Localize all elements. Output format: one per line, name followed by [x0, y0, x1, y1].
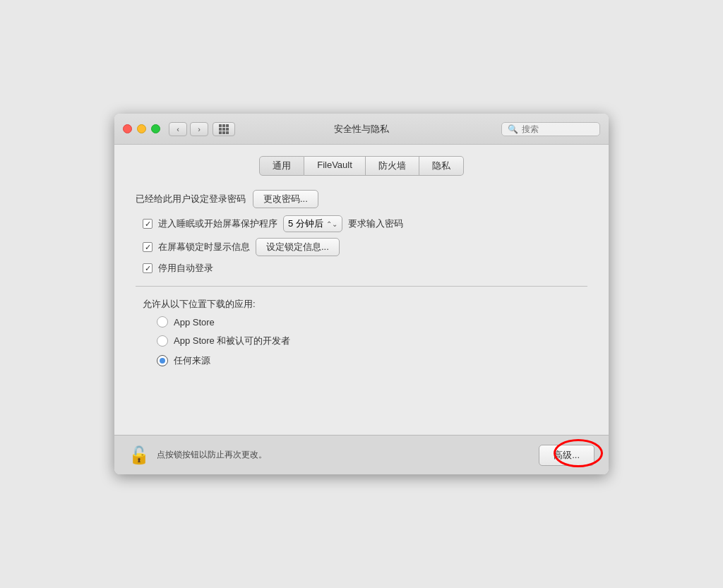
password-row: 已经给此用户设定登录密码 更改密码...: [136, 190, 587, 208]
lock-area: 🔓 点按锁按钮以防止再次更改。: [129, 447, 267, 464]
footer: 🔓 点按锁按钮以防止再次更改。 高级...: [114, 435, 609, 474]
tab-filevault[interactable]: FileVault: [304, 156, 366, 176]
maximize-button[interactable]: [151, 124, 160, 133]
lock-icon[interactable]: 🔓: [129, 447, 150, 464]
window-title: 安全性与隐私: [334, 123, 389, 136]
radio-anywhere-label: 任何来源: [174, 354, 210, 367]
auto-login-checkbox[interactable]: [143, 263, 153, 273]
traffic-lights: [123, 124, 160, 133]
radio-appstore-dev[interactable]: [157, 335, 168, 347]
sleep-row: 进入睡眠或开始屏幕保护程序 5 分钟后 ⌃⌄ 要求输入密码: [143, 215, 587, 232]
sleep-label: 进入睡眠或开始屏幕保护程序: [158, 217, 277, 230]
radio-appstore-row: App Store: [157, 316, 587, 328]
advanced-button[interactable]: 高级...: [539, 445, 594, 466]
section-divider: [136, 286, 587, 287]
sleep-checkbox[interactable]: [143, 219, 153, 229]
titlebar: ‹ › 安全性与隐私 🔍: [114, 114, 609, 145]
radio-group: App Store App Store 和被认可的开发者 任何来源: [157, 316, 587, 367]
footer-lock-text: 点按锁按钮以防止再次更改。: [157, 449, 267, 461]
dropdown-arrow-icon: ⌃⌄: [326, 220, 337, 228]
content-area: 通用 FileVault 防火墙 隐私 已经给此用户设定登录密码 更改密码...…: [114, 145, 609, 435]
change-password-button[interactable]: 更改密码...: [253, 190, 318, 208]
allow-apps-section: 允许从以下位置下载的应用: App Store App Store 和被认可的开…: [136, 298, 587, 367]
minimize-button[interactable]: [137, 124, 146, 133]
main-window: ‹ › 安全性与隐私 🔍 通用 FileVault 防火墙 隐私: [114, 114, 609, 474]
sleep-after-label: 要求输入密码: [348, 217, 403, 230]
sleep-dropdown-value: 5 分钟后: [288, 217, 323, 230]
app-grid-button[interactable]: [213, 122, 235, 136]
tab-bar: 通用 FileVault 防火墙 隐私: [136, 156, 587, 176]
forward-icon: ›: [198, 125, 201, 133]
sleep-dropdown[interactable]: 5 分钟后 ⌃⌄: [283, 215, 342, 232]
back-button[interactable]: ‹: [169, 122, 187, 136]
lock-message-checkbox[interactable]: [143, 242, 153, 252]
tab-firewall[interactable]: 防火墙: [366, 156, 419, 176]
auto-login-label: 停用自动登录: [158, 262, 213, 275]
password-section: 已经给此用户设定登录密码 更改密码... 进入睡眠或开始屏幕保护程序 5 分钟后…: [136, 190, 587, 275]
forward-button[interactable]: ›: [190, 122, 208, 136]
search-bar[interactable]: 🔍: [501, 122, 600, 136]
allow-apps-label: 允许从以下位置下载的应用:: [143, 298, 587, 311]
tab-general[interactable]: 通用: [259, 156, 304, 176]
password-label: 已经给此用户设定登录密码: [136, 193, 246, 205]
radio-appstore-dev-label: App Store 和被认可的开发者: [174, 335, 290, 347]
auto-login-row: 停用自动登录: [143, 262, 587, 275]
radio-appstore-label: App Store: [174, 317, 215, 328]
nav-buttons: ‹ ›: [169, 122, 208, 136]
grid-icon: [219, 124, 229, 134]
close-button[interactable]: [123, 124, 132, 133]
radio-appstore[interactable]: [157, 316, 168, 328]
search-icon: 🔍: [508, 124, 518, 134]
lock-message-label: 在屏幕锁定时显示信息: [158, 241, 250, 253]
lock-message-button[interactable]: 设定锁定信息...: [256, 238, 340, 256]
back-icon: ‹: [177, 125, 179, 133]
radio-anywhere-row: 任何来源: [157, 354, 587, 367]
advanced-btn-wrapper: 高级...: [539, 445, 594, 466]
tab-privacy[interactable]: 隐私: [419, 156, 464, 176]
spacer: [136, 378, 587, 435]
radio-appstore-dev-row: App Store 和被认可的开发者: [157, 335, 587, 347]
search-input[interactable]: [522, 124, 594, 134]
lock-message-row: 在屏幕锁定时显示信息 设定锁定信息...: [143, 238, 587, 256]
radio-anywhere[interactable]: [157, 355, 168, 366]
